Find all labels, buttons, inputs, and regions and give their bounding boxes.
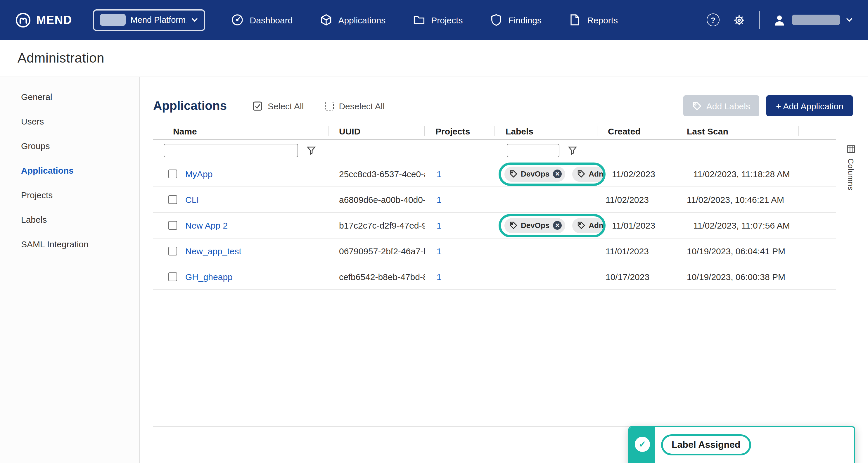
deselect-all-label: Deselect All <box>339 101 384 111</box>
toast-notification: ✓ Label Assigned <box>628 426 855 463</box>
nav-item-label: Dashboard <box>250 15 293 25</box>
user-avatar-icon <box>773 13 786 27</box>
label-pill-text: Adm <box>589 221 604 230</box>
topnav-right-cluster: ? <box>707 11 868 29</box>
redacted-user-name <box>792 14 840 25</box>
remove-label-icon[interactable]: ✕ <box>553 169 562 178</box>
settings-gear-icon[interactable] <box>733 13 746 27</box>
select-all-label: Select All <box>268 101 304 111</box>
mend-logo[interactable]: MEND <box>15 12 72 28</box>
application-name-link[interactable]: GH_gheapp <box>185 272 232 282</box>
column-header-name[interactable]: Name <box>153 126 329 136</box>
redacted-org-name <box>100 14 126 26</box>
nav-item-applications[interactable]: Applications <box>319 13 385 26</box>
label-pill-devops[interactable]: DevOps ✕ <box>504 218 565 233</box>
last-scan-cell: 11/02/2023, 11:18:28 AM <box>683 161 805 186</box>
add-labels-button[interactable]: Add Labels <box>684 95 760 116</box>
select-all-button[interactable]: Select All <box>252 101 304 111</box>
folder-icon <box>412 13 425 26</box>
created-cell: 11/01/2023 <box>604 213 683 238</box>
chevron-down-icon <box>846 18 853 22</box>
label-pill-text: Adm <box>589 169 604 178</box>
table-filter-row <box>153 140 836 161</box>
labels-cell <box>495 239 597 264</box>
projects-count-link[interactable]: 1 <box>437 272 442 282</box>
sidebar-item-saml-integration[interactable]: SAML Integration <box>0 232 139 256</box>
column-header-projects[interactable]: Projects <box>425 126 495 136</box>
name-filter-funnel-icon[interactable] <box>306 145 317 156</box>
user-menu[interactable] <box>773 13 853 27</box>
row-checkbox[interactable] <box>168 195 177 204</box>
column-header-uuid[interactable]: UUID <box>329 126 425 136</box>
nav-item-reports[interactable]: Reports <box>568 13 618 26</box>
labels-cell <box>495 264 597 289</box>
labels-cell <box>495 187 597 212</box>
last-scan-cell: 10/19/2023, 06:04:41 PM <box>676 239 799 264</box>
labels-filter-funnel-icon[interactable] <box>567 145 578 156</box>
application-name-link[interactable]: New_app_test <box>185 246 241 256</box>
name-filter-input[interactable] <box>164 144 298 157</box>
sidebar-item-users[interactable]: Users <box>0 109 139 133</box>
projects-count-link[interactable]: 1 <box>437 195 442 205</box>
chevron-down-icon <box>191 18 198 22</box>
label-tag-icon <box>693 101 702 110</box>
column-header-labels[interactable]: Labels <box>495 126 597 136</box>
column-header-created[interactable]: Created <box>597 126 676 136</box>
nav-item-findings[interactable]: Findings <box>490 13 541 26</box>
table-row: New_app_test 06790957-2bf2-46a7-b 1 11/0… <box>153 239 836 264</box>
applications-table: Name UUID Projects Labels Created Last S… <box>153 123 836 290</box>
toast-message: Label Assigned <box>661 434 751 455</box>
column-header-spacer <box>799 126 836 136</box>
labels-filter-input[interactable] <box>507 144 559 157</box>
row-checkbox[interactable] <box>168 221 177 230</box>
created-cell: 10/17/2023 <box>597 264 676 289</box>
page-header: Administration <box>0 40 868 77</box>
sidebar-item-groups[interactable]: Groups <box>0 133 139 158</box>
columns-panel-toggle[interactable]: Columns <box>842 123 859 431</box>
created-cell: 11/02/2023 <box>604 161 683 186</box>
uuid-cell: 25cc8cd3-6537-4ce0-af <box>329 161 425 186</box>
toast-accent-bar: ✓ <box>629 427 655 463</box>
projects-count-link[interactable]: 1 <box>437 246 442 256</box>
columns-grid-icon <box>847 145 855 153</box>
row-checkbox[interactable] <box>168 272 177 281</box>
sidebar-item-applications[interactable]: Applications <box>0 158 139 182</box>
top-navigation-bar: MEND Mend Platform... Dashboard <box>0 0 868 40</box>
organization-selector[interactable]: Mend Platform... <box>93 9 206 31</box>
label-pill-admin[interactable]: Adm <box>572 166 604 182</box>
remove-label-icon[interactable]: ✕ <box>553 221 562 230</box>
last-scan-cell: 11/02/2023, 10:46:21 AM <box>676 187 799 212</box>
created-cell: 11/02/2023 <box>597 187 676 212</box>
label-pill-devops[interactable]: DevOps ✕ <box>504 166 565 182</box>
last-scan-cell: 10/19/2023, 06:00:38 PM <box>676 264 799 289</box>
application-name-link[interactable]: New App 2 <box>185 220 228 230</box>
columns-panel-label: Columns <box>846 158 855 191</box>
nav-item-dashboard[interactable]: Dashboard <box>231 13 293 26</box>
projects-count-link[interactable]: 1 <box>437 169 442 179</box>
table-row: CLI a6809d6e-a00b-40d0-b 1 11/02/2023 11… <box>153 187 836 213</box>
applications-icon <box>319 13 332 26</box>
add-application-button[interactable]: + Add Application <box>767 95 853 116</box>
uuid-cell: cefb6542-b8eb-47bd-8 <box>329 264 425 289</box>
dashed-square-icon <box>325 101 334 110</box>
application-name-link[interactable]: CLI <box>185 195 199 205</box>
sidebar-item-general[interactable]: General <box>0 84 139 109</box>
add-labels-label: Add Labels <box>706 101 750 111</box>
uuid-cell: 06790957-2bf2-46a7-b <box>329 239 425 264</box>
label-pill-admin[interactable]: Adm <box>572 218 604 233</box>
row-checkbox[interactable] <box>168 169 177 178</box>
application-name-link[interactable]: MyApp <box>185 169 213 179</box>
deselect-all-button[interactable]: Deselect All <box>325 101 384 111</box>
row-checkbox[interactable] <box>168 247 177 255</box>
column-header-last-scan[interactable]: Last Scan <box>676 126 799 136</box>
help-icon[interactable]: ? <box>707 13 719 26</box>
app-window: MEND Mend Platform... Dashboard <box>0 0 868 463</box>
brand-name: MEND <box>36 13 72 27</box>
sidebar-item-projects[interactable]: Projects <box>0 182 139 207</box>
nav-item-label: Applications <box>338 15 385 25</box>
main-content: Applications Select All Deselect All <box>140 77 868 463</box>
nav-item-projects[interactable]: Projects <box>412 13 463 26</box>
shield-icon <box>490 13 503 26</box>
projects-count-link[interactable]: 1 <box>437 220 442 230</box>
sidebar-item-labels[interactable]: Labels <box>0 207 139 232</box>
